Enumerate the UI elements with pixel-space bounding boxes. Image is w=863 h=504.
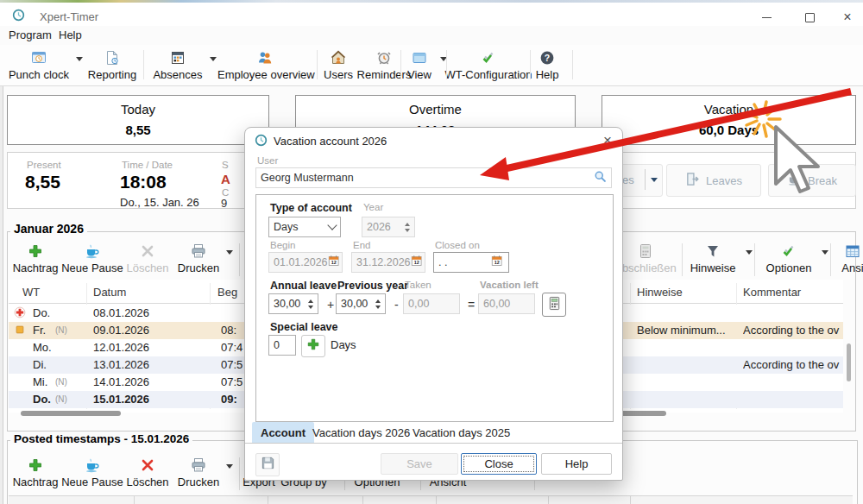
- posted-table-header-clipped: [9, 495, 853, 504]
- column-header-datum[interactable]: Datum: [93, 286, 126, 299]
- user-input[interactable]: Georg Mustermann: [255, 167, 612, 188]
- special-leave-label: Special leave: [270, 321, 338, 333]
- column-header-hinweise[interactable]: Hinweise: [637, 286, 683, 299]
- night-badge: (N): [55, 374, 67, 391]
- equals-sign: =: [468, 298, 475, 312]
- annual-leave-stepper[interactable]: 30,00: [268, 293, 318, 314]
- calculate-button[interactable]: [542, 293, 566, 317]
- h-scrollbar-left[interactable]: [21, 411, 121, 416]
- calendar-icon[interactable]: 12: [491, 255, 504, 270]
- hinweise-icon: [671, 242, 754, 259]
- calculator-icon: [547, 296, 562, 314]
- present-value: 8,55: [25, 172, 60, 192]
- month-toolbar-separator: [754, 243, 755, 276]
- calendar-icon[interactable]: 12: [328, 255, 341, 270]
- month-toolbar-drucken[interactable]: Drucken: [157, 242, 240, 274]
- dialog-close-icon[interactable]: ×: [603, 132, 612, 149]
- user-label: User: [257, 155, 278, 166]
- app-window: Xpert-Timer × Program Help Punch clockRe…: [0, 0, 863, 504]
- close-label: Close: [484, 457, 513, 470]
- break-icon: [787, 172, 802, 189]
- month-toolbar-hinweise[interactable]: Hinweise: [671, 242, 754, 274]
- column-header-wt[interactable]: WT: [22, 286, 40, 299]
- cell-weekday: Di.: [33, 356, 47, 374]
- month-toolbar-ansi[interactable]: Ansi: [811, 242, 863, 274]
- special-leave-value: 0: [274, 339, 280, 351]
- minimize-button[interactable]: [753, 9, 780, 26]
- end-date-value: 31.12.2026: [356, 256, 411, 268]
- end-label: End: [353, 240, 370, 250]
- year-stepper[interactable]: 2026: [362, 217, 415, 237]
- cell-weekday: Fr.: [33, 322, 46, 339]
- status-fragment-2: A: [221, 172, 230, 186]
- cell-hint: Below minimum...: [637, 322, 734, 339]
- taken-field: 0,00: [403, 293, 460, 314]
- close-dialog-button[interactable]: Close: [461, 453, 537, 475]
- menu-help[interactable]: Help: [59, 28, 82, 41]
- cell-date: 12.01.2026: [93, 339, 149, 356]
- save-button[interactable]: Save: [381, 453, 458, 475]
- cell-date: 15.01.2026: [93, 391, 149, 408]
- month-group-title: Januar 2026: [10, 222, 87, 236]
- toolbar-separator: [572, 50, 573, 79]
- tab-vacation-days-2025[interactable]: Vacation days 2025: [404, 422, 519, 443]
- plus-sign: +: [327, 298, 334, 312]
- overtime-title: Overtime: [296, 102, 575, 117]
- window-edge: [0, 86, 3, 504]
- dialog-clock-icon: [255, 134, 268, 150]
- cell-weekday: Mi.: [33, 374, 47, 391]
- previous-year-value: 30,00: [341, 298, 368, 310]
- special-leave-input[interactable]: 0: [268, 335, 296, 356]
- search-icon[interactable]: [594, 170, 607, 186]
- begin-date-field[interactable]: 01.01.2026 12: [268, 252, 343, 273]
- type-of-account-select[interactable]: Days: [268, 217, 341, 237]
- vacation-value: 60,0 Days: [602, 123, 855, 137]
- toolbar-separator: [317, 50, 318, 79]
- night-badge: (N): [55, 391, 67, 408]
- year-value: 2026: [367, 221, 391, 233]
- menu-program[interactable]: Program: [9, 28, 52, 41]
- square-icon: [14, 324, 26, 341]
- break-button[interactable]: Break: [768, 164, 856, 197]
- closed-on-field[interactable]: . . 12: [433, 252, 509, 273]
- toolbar-separator: [446, 50, 447, 79]
- toolbar-separator: [530, 50, 531, 79]
- night-badge: (N): [55, 322, 67, 339]
- help-button[interactable]: Help: [541, 453, 612, 475]
- toolbar-item-help[interactable]: ?Help: [500, 48, 595, 81]
- user-input-value: Georg Mustermann: [261, 172, 354, 184]
- v-scrollbar[interactable]: [847, 343, 851, 381]
- end-date-field[interactable]: 31.12.2026 12: [351, 252, 425, 273]
- annual-leave-value: 30,00: [274, 298, 300, 310]
- add-special-leave-button[interactable]: [301, 335, 325, 357]
- toolbar-item-absences[interactable]: Absences: [130, 48, 225, 81]
- special-leave-unit: Days: [331, 338, 356, 351]
- app-clock-icon: [12, 9, 25, 25]
- break-label: Break: [808, 174, 837, 187]
- month-toolbar-separator: [239, 243, 240, 276]
- calendar-icon[interactable]: 12: [411, 255, 424, 270]
- date-value: Do., 15. Jan. 26: [120, 196, 199, 209]
- leaves-button[interactable]: Leaves: [666, 164, 761, 197]
- close-button[interactable]: ×: [834, 9, 861, 26]
- maximize-button[interactable]: [796, 9, 823, 26]
- cell-weekday: Do.: [33, 305, 50, 322]
- vacation-left-value: 60,00: [483, 298, 510, 310]
- previous-year-stepper[interactable]: 30,00: [336, 293, 386, 314]
- cell-comment: According to the ov: [743, 356, 840, 374]
- minus-sign: -: [394, 298, 399, 312]
- caret-drucken[interactable]: [226, 250, 233, 258]
- window-title: Xpert-Timer: [40, 10, 98, 23]
- tab-vacation-days-2026[interactable]: Vacation days 2026: [304, 422, 419, 443]
- taken-value: 0,00: [408, 298, 429, 310]
- cell-weekday: Do.: [33, 391, 51, 408]
- cell-date: 09.01.2026: [93, 322, 149, 339]
- toolbar-caret-absences[interactable]: [210, 57, 217, 65]
- toolbar-separator: [143, 50, 144, 79]
- cell-date: 14.01.2026: [93, 374, 149, 391]
- panel-vacation[interactable]: Vacation 60,0 Days: [602, 95, 856, 145]
- column-header-beg[interactable]: Beg: [217, 286, 237, 299]
- floppy-icon: [261, 456, 275, 474]
- save-icon-button[interactable]: [255, 453, 280, 476]
- column-header-kommentar[interactable]: Kommentar: [743, 286, 801, 299]
